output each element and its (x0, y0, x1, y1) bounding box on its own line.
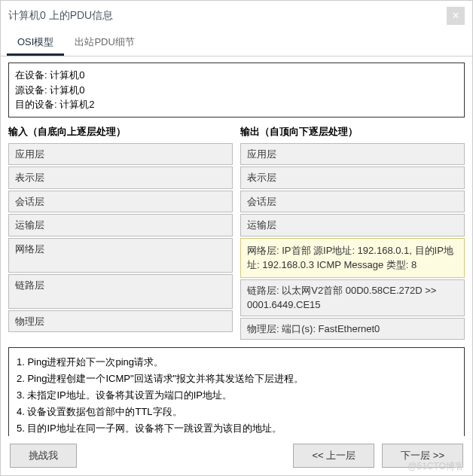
layers-container: 输入（自底向上逐层处理） 应用层 表示层 会话层 运输层 网络层 链路层 物理层… (8, 124, 465, 342)
out-layer-application[interactable]: 应用层 (240, 143, 465, 166)
out-layer-physical[interactable]: 物理层: 端口(s): FastEthernet0 (240, 318, 465, 340)
out-layer-network[interactable]: 网络层: IP首部 源IP地址: 192.168.0.1, 目的IP地址: 19… (240, 238, 465, 278)
note-1: 1. Ping进程开始下一次ping请求。 (17, 354, 456, 371)
output-header: 输出（自顶向下逐层处理） (240, 124, 465, 143)
input-header: 输入（自底向上逐层处理） (8, 124, 233, 143)
prev-layer-button[interactable]: << 上一层 (293, 444, 374, 468)
out-layer-presentation[interactable]: 表示层 (240, 166, 465, 189)
challenge-button[interactable]: 挑战我 (10, 444, 77, 468)
notes-box: 1. Ping进程开始下一次ping请求。 2. Ping进程创建一个ICMP"… (8, 347, 465, 436)
out-layer-link[interactable]: 链路层: 以太网V2首部 00D0.58CE.272D >> 0001.6449… (240, 279, 465, 316)
tab-osi-model[interactable]: OSI模型 (7, 31, 64, 56)
titlebar: 计算机0 上的PDU信息 × (1, 1, 472, 31)
note-3: 3. 未指定IP地址。设备将其设置为端口的IP地址。 (17, 387, 456, 404)
tabs: OSI模型 出站PDU细节 (1, 31, 472, 56)
in-layer-transport[interactable]: 运输层 (8, 214, 233, 236)
device-info-box: 在设备: 计算机0 源设备: 计算机0 目的设备: 计算机2 (8, 63, 465, 117)
note-5: 5. 目的IP地址在同一子网。设备将下一跳设置为该目的地址。 (17, 420, 456, 436)
dest-device: 目的设备: 计算机2 (15, 97, 458, 112)
in-layer-link[interactable]: 链路层 (8, 274, 233, 309)
footer: 挑战我 << 上一层 下一层 >> (1, 436, 472, 475)
in-layer-presentation[interactable]: 表示层 (8, 166, 233, 189)
source-device: 源设备: 计算机0 (15, 83, 458, 98)
content-area: 在设备: 计算机0 源设备: 计算机0 目的设备: 计算机2 输入（自底向上逐层… (1, 56, 472, 436)
in-layer-physical[interactable]: 物理层 (8, 310, 233, 333)
tab-outbound-pdu[interactable]: 出站PDU细节 (64, 31, 145, 56)
watermark: @51CTO博客 (407, 460, 464, 473)
out-layer-transport[interactable]: 运输层 (240, 214, 465, 236)
at-device: 在设备: 计算机0 (15, 68, 458, 83)
close-button[interactable]: × (447, 7, 465, 25)
out-layer-session[interactable]: 会话层 (240, 191, 465, 213)
note-4: 4. 设备设置数据包首部中的TTL字段。 (17, 404, 456, 420)
in-layer-session[interactable]: 会话层 (8, 191, 233, 213)
output-column: 输出（自顶向下逐层处理） 应用层 表示层 会话层 运输层 网络层: IP首部 源… (240, 124, 465, 342)
input-column: 输入（自底向上逐层处理） 应用层 表示层 会话层 运输层 网络层 链路层 物理层 (8, 124, 233, 342)
window-title: 计算机0 上的PDU信息 (8, 9, 113, 23)
note-2: 2. Ping进程创建一个ICMP"回送请求"报文并将其发送给下层进程。 (17, 371, 456, 387)
pdu-info-window: 计算机0 上的PDU信息 × OSI模型 出站PDU细节 在设备: 计算机0 源… (0, 0, 473, 476)
in-layer-network[interactable]: 网络层 (8, 238, 233, 273)
in-layer-application[interactable]: 应用层 (8, 143, 233, 166)
